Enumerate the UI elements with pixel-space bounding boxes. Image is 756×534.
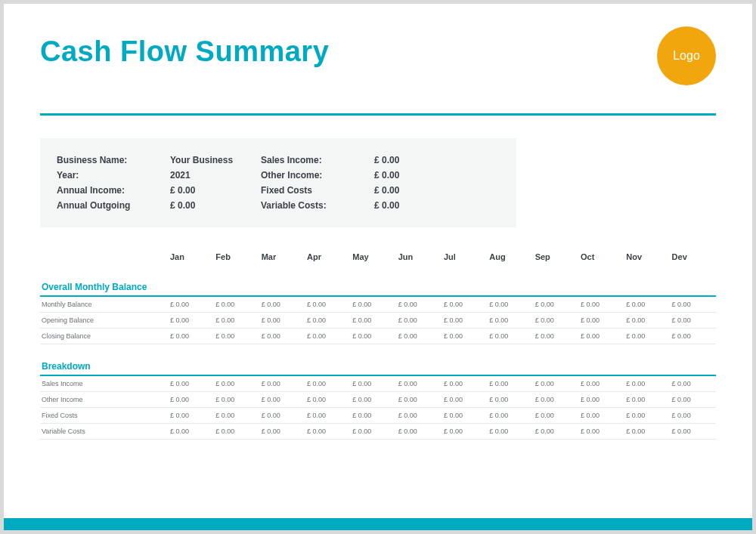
month-header: Sep: [534, 248, 579, 265]
row-label: Variable Costs: [40, 424, 169, 440]
cell-value: £ 0.00: [534, 375, 579, 392]
month-header: Jan: [169, 248, 214, 265]
cell-value: £ 0.00: [351, 408, 396, 424]
logo-text: Logo: [673, 49, 700, 63]
cell-value: £ 0.00: [624, 313, 670, 329]
month-header: Oct: [579, 248, 624, 265]
other-income-value: £ 0.00: [374, 170, 465, 181]
cell-value: £ 0.00: [579, 424, 624, 440]
cell-value: £ 0.00: [442, 296, 488, 313]
cell-value: £ 0.00: [488, 424, 533, 440]
cell-value: £ 0.00: [579, 329, 624, 344]
cell-value: £ 0.00: [624, 392, 670, 408]
footer-bar: [4, 518, 752, 530]
cell-value: £ 0.00: [305, 329, 351, 344]
cell-value: £ 0.00: [624, 329, 670, 344]
cell-value: £ 0.00: [214, 392, 259, 408]
cell-value: £ 0.00: [442, 375, 488, 392]
cell-value: £ 0.00: [351, 296, 396, 313]
cell-value: £ 0.00: [260, 408, 305, 424]
cell-value: £ 0.00: [397, 329, 442, 344]
sales-income-value: £ 0.00: [374, 155, 465, 165]
cell-value: £ 0.00: [671, 424, 716, 440]
cell-value: £ 0.00: [442, 392, 488, 408]
cell-value: £ 0.00: [534, 329, 579, 344]
cell-value: £ 0.00: [351, 424, 396, 440]
cell-value: £ 0.00: [624, 408, 670, 424]
table-row: Other Income£ 0.00£ 0.00£ 0.00£ 0.00£ 0.…: [40, 392, 716, 408]
variable-costs-label: Variable Costs:: [261, 200, 374, 211]
month-header: Apr: [305, 248, 351, 265]
cell-value: £ 0.00: [169, 313, 214, 329]
table-row: Opening Balance£ 0.00£ 0.00£ 0.00£ 0.00£…: [40, 313, 716, 329]
cell-value: £ 0.00: [305, 392, 351, 408]
cell-value: £ 0.00: [442, 424, 488, 440]
cell-value: £ 0.00: [579, 313, 624, 329]
cell-value: £ 0.00: [397, 296, 442, 313]
sales-income-label: Sales Income:: [261, 155, 374, 165]
business-name-label: Business Name:: [57, 155, 170, 165]
variable-costs-value: £ 0.00: [374, 200, 465, 211]
table-wrap: JanFebMarAprMayJunJulAugSepOctNovDev Ove…: [40, 248, 716, 440]
cell-value: £ 0.00: [624, 375, 670, 392]
cell-value: £ 0.00: [214, 329, 259, 344]
month-header: Jun: [397, 248, 442, 265]
cell-value: £ 0.00: [397, 313, 442, 329]
cell-value: £ 0.00: [671, 296, 716, 313]
cell-value: £ 0.00: [305, 313, 351, 329]
cell-value: £ 0.00: [488, 329, 533, 344]
cell-value: £ 0.00: [169, 392, 214, 408]
cell-value: £ 0.00: [305, 424, 351, 440]
cell-value: £ 0.00: [534, 392, 579, 408]
cell-value: £ 0.00: [169, 408, 214, 424]
cell-value: £ 0.00: [624, 296, 670, 313]
logo-circle: Logo: [657, 26, 716, 85]
row-label: Other Income: [40, 392, 169, 408]
cell-value: £ 0.00: [305, 296, 351, 313]
cell-value: £ 0.00: [214, 296, 259, 313]
cell-value: £ 0.00: [671, 408, 716, 424]
month-header-row: JanFebMarAprMayJunJulAugSepOctNovDev: [40, 248, 716, 265]
cell-value: £ 0.00: [488, 375, 533, 392]
cell-value: £ 0.00: [534, 313, 579, 329]
cell-value: £ 0.00: [488, 296, 533, 313]
cell-value: £ 0.00: [397, 392, 442, 408]
table-row: Closing Balance£ 0.00£ 0.00£ 0.00£ 0.00£…: [40, 329, 716, 344]
cell-value: £ 0.00: [260, 375, 305, 392]
month-header: Aug: [488, 248, 533, 265]
cell-value: £ 0.00: [169, 375, 214, 392]
cell-value: £ 0.00: [214, 424, 259, 440]
cell-value: £ 0.00: [305, 375, 351, 392]
cell-value: £ 0.00: [260, 392, 305, 408]
page: Cash Flow Summary Logo Business Name: Yo…: [4, 4, 752, 530]
cell-value: £ 0.00: [671, 313, 716, 329]
fixed-costs-value: £ 0.00: [374, 185, 465, 196]
cell-value: £ 0.00: [442, 329, 488, 344]
cell-value: £ 0.00: [488, 408, 533, 424]
cell-value: £ 0.00: [397, 375, 442, 392]
row-label: Monthly Balance: [40, 296, 169, 313]
cell-value: £ 0.00: [671, 375, 716, 392]
cell-value: £ 0.00: [169, 296, 214, 313]
divider: [40, 113, 716, 116]
cell-value: £ 0.00: [351, 392, 396, 408]
month-header: Nov: [624, 248, 670, 265]
section-title: Overall Monthly Balance: [40, 265, 716, 296]
cell-value: £ 0.00: [169, 424, 214, 440]
annual-income-value: £ 0.00: [170, 185, 261, 196]
cell-value: £ 0.00: [671, 329, 716, 344]
annual-outgoing-value: £ 0.00: [170, 200, 261, 211]
row-label: Opening Balance: [40, 313, 169, 329]
month-header: May: [351, 248, 396, 265]
cell-value: £ 0.00: [488, 392, 533, 408]
year-value: 2021: [170, 170, 261, 181]
cell-value: £ 0.00: [260, 329, 305, 344]
cell-value: £ 0.00: [579, 296, 624, 313]
table-row: Sales Income£ 0.00£ 0.00£ 0.00£ 0.00£ 0.…: [40, 375, 716, 392]
annual-outgoing-label: Annual Outgoing: [57, 200, 170, 211]
cell-value: £ 0.00: [442, 408, 488, 424]
table-row: Variable Costs£ 0.00£ 0.00£ 0.00£ 0.00£ …: [40, 424, 716, 440]
month-header: Mar: [260, 248, 305, 265]
row-label: Sales Income: [40, 375, 169, 392]
cell-value: £ 0.00: [397, 424, 442, 440]
